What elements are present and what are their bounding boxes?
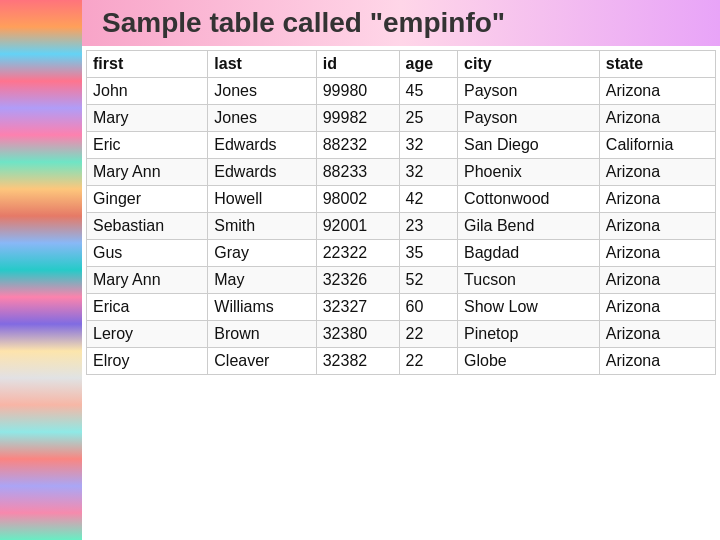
cell-r9-c4: Pinetop — [458, 321, 600, 348]
left-decorative-bar — [0, 0, 82, 540]
cell-r9-c2: 32380 — [316, 321, 399, 348]
table-body: JohnJones9998045PaysonArizonaMaryJones99… — [87, 78, 716, 375]
empinfo-table: firstlastidagecitystate JohnJones9998045… — [86, 50, 716, 375]
cell-r1-c5: Arizona — [599, 105, 715, 132]
cell-r1-c3: 25 — [399, 105, 457, 132]
cell-r9-c5: Arizona — [599, 321, 715, 348]
cell-r4-c0: Ginger — [87, 186, 208, 213]
cell-r6-c0: Gus — [87, 240, 208, 267]
cell-r0-c2: 99980 — [316, 78, 399, 105]
cell-r8-c0: Erica — [87, 294, 208, 321]
table-row: Mary AnnMay3232652TucsonArizona — [87, 267, 716, 294]
table-header-row: firstlastidagecitystate — [87, 51, 716, 78]
table-row: LeroyBrown3238022PinetopArizona — [87, 321, 716, 348]
cell-r7-c5: Arizona — [599, 267, 715, 294]
cell-r0-c0: John — [87, 78, 208, 105]
table-row: Mary AnnEdwards8823332PhoenixArizona — [87, 159, 716, 186]
cell-r8-c4: Show Low — [458, 294, 600, 321]
cell-r10-c3: 22 — [399, 348, 457, 375]
cell-r3-c0: Mary Ann — [87, 159, 208, 186]
cell-r3-c1: Edwards — [208, 159, 316, 186]
cell-r5-c5: Arizona — [599, 213, 715, 240]
cell-r1-c1: Jones — [208, 105, 316, 132]
table-row: ElroyCleaver3238222GlobeArizona — [87, 348, 716, 375]
cell-r2-c0: Eric — [87, 132, 208, 159]
cell-r7-c2: 32326 — [316, 267, 399, 294]
column-header-id: id — [316, 51, 399, 78]
cell-r7-c1: May — [208, 267, 316, 294]
cell-r6-c2: 22322 — [316, 240, 399, 267]
cell-r10-c0: Elroy — [87, 348, 208, 375]
title-area: Sample table called "empinfo" — [82, 0, 720, 46]
cell-r9-c3: 22 — [399, 321, 457, 348]
table-row: MaryJones9998225PaysonArizona — [87, 105, 716, 132]
cell-r8-c3: 60 — [399, 294, 457, 321]
cell-r2-c4: San Diego — [458, 132, 600, 159]
cell-r8-c2: 32327 — [316, 294, 399, 321]
cell-r3-c4: Phoenix — [458, 159, 600, 186]
cell-r0-c3: 45 — [399, 78, 457, 105]
cell-r5-c4: Gila Bend — [458, 213, 600, 240]
cell-r3-c3: 32 — [399, 159, 457, 186]
table-row: GingerHowell9800242CottonwoodArizona — [87, 186, 716, 213]
cell-r1-c4: Payson — [458, 105, 600, 132]
table-row: SebastianSmith9200123Gila BendArizona — [87, 213, 716, 240]
cell-r7-c4: Tucson — [458, 267, 600, 294]
cell-r5-c2: 92001 — [316, 213, 399, 240]
column-header-age: age — [399, 51, 457, 78]
table-container: firstlastidagecitystate JohnJones9998045… — [82, 46, 720, 540]
cell-r6-c1: Gray — [208, 240, 316, 267]
cell-r2-c5: California — [599, 132, 715, 159]
cell-r7-c3: 52 — [399, 267, 457, 294]
cell-r1-c2: 99982 — [316, 105, 399, 132]
table-row: EricaWilliams3232760Show LowArizona — [87, 294, 716, 321]
cell-r3-c5: Arizona — [599, 159, 715, 186]
cell-r5-c1: Smith — [208, 213, 316, 240]
cell-r4-c3: 42 — [399, 186, 457, 213]
cell-r2-c1: Edwards — [208, 132, 316, 159]
cell-r6-c4: Bagdad — [458, 240, 600, 267]
cell-r0-c5: Arizona — [599, 78, 715, 105]
cell-r8-c1: Williams — [208, 294, 316, 321]
column-header-state: state — [599, 51, 715, 78]
cell-r0-c4: Payson — [458, 78, 600, 105]
column-header-city: city — [458, 51, 600, 78]
cell-r4-c2: 98002 — [316, 186, 399, 213]
cell-r8-c5: Arizona — [599, 294, 715, 321]
cell-r4-c1: Howell — [208, 186, 316, 213]
cell-r3-c2: 88233 — [316, 159, 399, 186]
cell-r9-c0: Leroy — [87, 321, 208, 348]
cell-r10-c4: Globe — [458, 348, 600, 375]
cell-r10-c2: 32382 — [316, 348, 399, 375]
cell-r0-c1: Jones — [208, 78, 316, 105]
cell-r5-c0: Sebastian — [87, 213, 208, 240]
cell-r9-c1: Brown — [208, 321, 316, 348]
page-title: Sample table called "empinfo" — [102, 7, 505, 39]
column-header-last: last — [208, 51, 316, 78]
table-row: GusGray2232235BagdadArizona — [87, 240, 716, 267]
cell-r2-c2: 88232 — [316, 132, 399, 159]
cell-r4-c5: Arizona — [599, 186, 715, 213]
cell-r6-c3: 35 — [399, 240, 457, 267]
cell-r6-c5: Arizona — [599, 240, 715, 267]
cell-r10-c5: Arizona — [599, 348, 715, 375]
cell-r7-c0: Mary Ann — [87, 267, 208, 294]
cell-r4-c4: Cottonwood — [458, 186, 600, 213]
cell-r2-c3: 32 — [399, 132, 457, 159]
column-header-first: first — [87, 51, 208, 78]
cell-r1-c0: Mary — [87, 105, 208, 132]
table-row: JohnJones9998045PaysonArizona — [87, 78, 716, 105]
cell-r10-c1: Cleaver — [208, 348, 316, 375]
cell-r5-c3: 23 — [399, 213, 457, 240]
table-row: EricEdwards8823232San DiegoCalifornia — [87, 132, 716, 159]
